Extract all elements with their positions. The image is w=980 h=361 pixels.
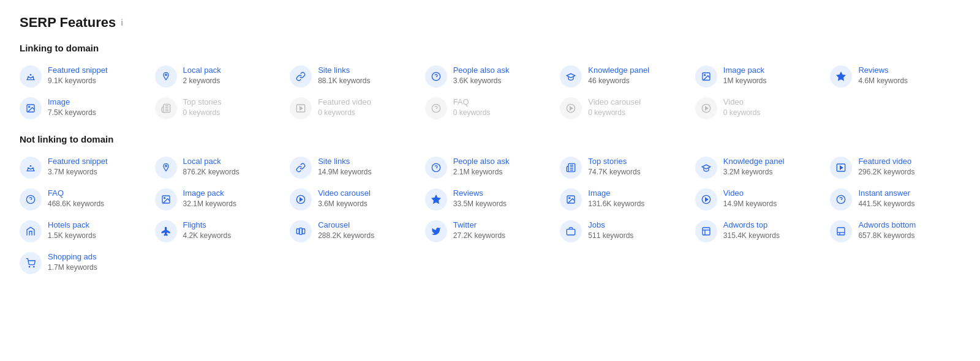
feature-text: Adwords top315.4K keywords	[723, 220, 780, 240]
feature-count: 9.1K keywords	[48, 76, 108, 85]
feature-name: Flights	[183, 220, 232, 231]
feature-item-reviews[interactable]: Reviews4.6M keywords	[830, 63, 960, 90]
feature-item-featured-video[interactable]: Featured video296.2K keywords	[830, 154, 960, 181]
feature-item-video-carousel[interactable]: Video carousel0 keywords	[560, 95, 690, 122]
info-icon[interactable]: i	[121, 18, 123, 28]
feature-text: Video14.9M keywords	[723, 188, 777, 208]
feature-item-faq[interactable]: FAQ0 keywords	[425, 95, 556, 122]
feature-item-twitter[interactable]: Twitter27.2K keywords	[425, 218, 556, 245]
svg-point-5	[704, 75, 706, 76]
feature-text: Featured video296.2K keywords	[858, 157, 914, 176]
empty-cell-1-3-2	[290, 250, 420, 277]
feature-item-image-pack[interactable]: Image pack32.1M keywords	[155, 186, 285, 213]
feature-count: 441.5K keywords	[858, 199, 914, 208]
feature-item-featured-video[interactable]: Featured video0 keywords	[290, 95, 420, 122]
questionmark-icon	[425, 97, 447, 119]
feature-text: Site links88.1K keywords	[318, 65, 370, 85]
feature-name: Image	[588, 188, 644, 199]
feature-item-local-pack[interactable]: Local pack2 keywords	[155, 63, 285, 90]
star-icon	[830, 65, 852, 87]
feature-item-top-stories[interactable]: Top stories74.7K keywords	[560, 154, 690, 181]
feature-item-image[interactable]: Image131.6K keywords	[560, 186, 690, 213]
feature-name: Adwords bottom	[858, 220, 916, 231]
feature-name: People also ask	[453, 157, 510, 167]
feature-item-video[interactable]: Video0 keywords	[695, 95, 826, 122]
svg-rect-37	[300, 228, 302, 235]
feature-text: Hotels pack1.5K keywords	[48, 220, 96, 240]
feature-count: 32.1M keywords	[183, 199, 236, 208]
feature-text: People also ask2.1M keywords	[453, 157, 510, 176]
feature-count: 3.2M keywords	[723, 168, 785, 176]
feature-item-adwords-top[interactable]: Adwords top315.4K keywords	[695, 218, 826, 245]
feature-item-adwords-bottom[interactable]: Adwords bottom657.8K keywords	[830, 218, 960, 245]
feature-name: Video carousel	[318, 188, 371, 199]
crown-icon	[20, 65, 42, 87]
svg-point-0	[30, 74, 32, 76]
feature-count: 1M keywords	[723, 76, 767, 85]
feature-item-featured-snippet[interactable]: Featured snippet3.7M keywords	[20, 154, 150, 181]
twitter-icon	[425, 220, 447, 242]
svg-marker-14	[570, 106, 573, 110]
feature-item-shopping-ads[interactable]: Shopping ads1.7M keywords	[20, 250, 150, 277]
feature-name: Jobs	[588, 220, 633, 231]
feature-item-image-pack[interactable]: Image pack1M keywords	[695, 63, 826, 90]
feature-name: Carousel	[318, 220, 374, 231]
feature-text: Instant answer441.5K keywords	[858, 188, 914, 208]
play-outline-icon	[695, 188, 717, 210]
feature-text: Featured snippet9.1K keywords	[48, 65, 108, 85]
features-row-0-0: Featured snippet9.1K keywordsLocal pack2…	[20, 63, 960, 90]
feature-count: 0 keywords	[183, 108, 222, 117]
section-0: Linking to domainFeatured snippet9.1K ke…	[20, 43, 960, 122]
feature-item-hotels-pack[interactable]: Hotels pack1.5K keywords	[20, 218, 150, 245]
svg-point-1	[165, 74, 167, 76]
empty-cell-1-3-5	[695, 250, 826, 277]
svg-marker-10	[300, 106, 303, 110]
feature-name: Image	[48, 97, 96, 108]
mortarboard-icon	[560, 65, 582, 87]
feature-item-knowledge-panel[interactable]: Knowledge panel46 keywords	[560, 63, 690, 90]
feature-item-image[interactable]: Image7.5K keywords	[20, 95, 150, 122]
feature-item-carousel[interactable]: Carousel288.2K keywords	[290, 218, 420, 245]
feature-text: Flights4.2K keywords	[183, 220, 232, 240]
feature-name: Video	[723, 188, 777, 199]
star-icon	[425, 188, 447, 210]
svg-point-26	[164, 198, 165, 199]
feature-item-site-links[interactable]: Site links14.9M keywords	[290, 154, 420, 181]
feature-item-people-also-ask[interactable]: People also ask3.6K keywords	[425, 63, 556, 90]
feature-name: Knowledge panel	[588, 65, 649, 76]
feature-item-featured-snippet[interactable]: Featured snippet9.1K keywords	[20, 63, 150, 90]
feature-name: Image pack	[723, 65, 767, 76]
feature-item-instant-answer[interactable]: Instant answer441.5K keywords	[830, 186, 960, 213]
feature-item-local-pack[interactable]: Local pack876.2K keywords	[155, 154, 285, 181]
feature-count: 288.2K keywords	[318, 231, 374, 240]
feature-item-people-also-ask[interactable]: People also ask2.1M keywords	[425, 154, 556, 181]
feature-text: Reviews4.6M keywords	[858, 65, 908, 85]
feature-count: 74.7K keywords	[588, 168, 640, 176]
svg-point-31	[569, 198, 570, 199]
feature-item-flights[interactable]: Flights4.2K keywords	[155, 218, 285, 245]
photo-icon	[560, 188, 582, 210]
features-row-1-2: Hotels pack1.5K keywordsFlights4.2K keyw…	[20, 218, 960, 245]
adwords2-icon	[830, 220, 852, 242]
section-1: Not linking to domainFeatured snippet3.7…	[20, 134, 960, 277]
feature-item-faq[interactable]: FAQ468.6K keywords	[20, 186, 150, 213]
feature-name: Hotels pack	[48, 220, 96, 231]
feature-item-jobs[interactable]: Jobs511 keywords	[560, 218, 690, 245]
feature-name: Adwords top	[723, 220, 780, 231]
feature-text: Video0 keywords	[723, 97, 761, 117]
feature-item-video[interactable]: Video14.9M keywords	[695, 186, 826, 213]
feature-text: Twitter27.2K keywords	[453, 220, 505, 240]
crown-icon	[20, 157, 42, 179]
feature-item-top-stories[interactable]: Top stories0 keywords	[155, 95, 285, 122]
feature-item-site-links[interactable]: Site links88.1K keywords	[290, 63, 420, 90]
feature-text: Featured video0 keywords	[318, 97, 371, 117]
feature-count: 33.5M keywords	[453, 199, 507, 208]
empty-cell-1-3-1	[155, 250, 285, 277]
feature-item-reviews[interactable]: Reviews33.5M keywords	[425, 186, 556, 213]
feature-name: Top stories	[588, 157, 640, 167]
feature-text: Video carousel3.6M keywords	[318, 188, 371, 208]
feature-item-video-carousel[interactable]: Video carousel3.6M keywords	[290, 186, 420, 213]
play-icon	[290, 97, 312, 119]
feature-item-knowledge-panel[interactable]: Knowledge panel3.2M keywords	[695, 154, 826, 181]
feature-count: 3.6M keywords	[318, 199, 371, 208]
